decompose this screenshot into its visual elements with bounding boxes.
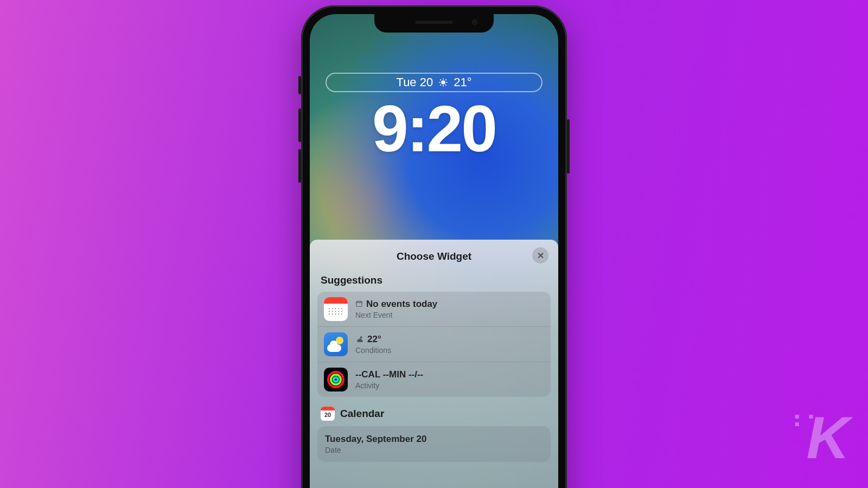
suggestions-heading: Suggestions xyxy=(317,271,551,292)
sheet-header: Choose Widget ✕ xyxy=(317,247,551,271)
close-icon: ✕ xyxy=(537,251,544,261)
cloud-sun-icon xyxy=(355,335,364,344)
watermark-logo: ▪ ▪▪ K xyxy=(807,403,846,472)
suggestion-title: 22° xyxy=(367,334,381,345)
suggestions-card: • • • • •• • • • •• • • • • No events to… xyxy=(317,292,551,397)
volume-down-button[interactable] xyxy=(298,149,301,183)
svg-point-0 xyxy=(442,81,445,84)
lockscreen-date-widget[interactable]: Tue 20 21° xyxy=(326,73,542,92)
suggestion-subtitle: Next Event xyxy=(355,311,437,319)
calendar-app-icon xyxy=(321,407,335,421)
notch xyxy=(374,14,494,33)
calendar-date-widget[interactable]: Tuesday, September 20 Date xyxy=(317,426,551,462)
volume-up-button[interactable] xyxy=(298,108,301,142)
sun-icon xyxy=(438,78,448,87)
weather-icon xyxy=(324,332,348,356)
svg-line-5 xyxy=(441,79,442,80)
temp-label: 21° xyxy=(454,75,471,89)
calendar-section-label: Calendar xyxy=(340,408,384,420)
close-button[interactable]: ✕ xyxy=(532,247,548,264)
svg-line-7 xyxy=(441,85,442,86)
calendar-section-heading: Calendar xyxy=(317,397,551,426)
svg-point-13 xyxy=(360,336,362,338)
suggestion-subtitle: Conditions xyxy=(355,346,391,355)
mute-switch[interactable] xyxy=(298,76,301,94)
calendar-widgets-card: Tuesday, September 20 Date xyxy=(317,426,551,462)
calendar-item-title: Tuesday, September 20 xyxy=(325,434,426,445)
calendar-item-subtitle: Date xyxy=(325,446,426,454)
widget-picker-sheet: Choose Widget ✕ Suggestions • • • • •• •… xyxy=(310,240,558,488)
calendar-day-icon xyxy=(355,300,363,309)
suggestion-calendar-next-event[interactable]: • • • • •• • • • •• • • • • No events to… xyxy=(317,292,551,327)
lockscreen-clock: 9:20 xyxy=(310,91,558,166)
suggestion-activity[interactable]: --CAL --MIN --/-- Activity xyxy=(317,362,551,397)
date-label: Tue 20 xyxy=(397,75,433,89)
suggestion-title: --CAL --MIN --/-- xyxy=(355,369,423,380)
sheet-title: Choose Widget xyxy=(397,251,471,262)
svg-line-6 xyxy=(445,85,446,86)
svg-line-8 xyxy=(445,79,446,80)
suggestion-weather-conditions[interactable]: 22° Conditions xyxy=(317,327,551,362)
calendar-icon: • • • • •• • • • •• • • • • xyxy=(324,297,348,321)
suggestion-subtitle: Activity xyxy=(355,381,423,390)
power-button[interactable] xyxy=(567,119,570,174)
phone-screen: Tue 20 21° 9:20 Choose Widget xyxy=(310,14,558,488)
svg-rect-9 xyxy=(356,301,362,306)
stage: ▪ ▪▪ K Tue 20 21° xyxy=(0,0,868,488)
phone-frame: Tue 20 21° 9:20 Choose Widget xyxy=(301,5,567,488)
suggestion-title: No events today xyxy=(366,299,437,310)
activity-icon xyxy=(324,368,348,391)
